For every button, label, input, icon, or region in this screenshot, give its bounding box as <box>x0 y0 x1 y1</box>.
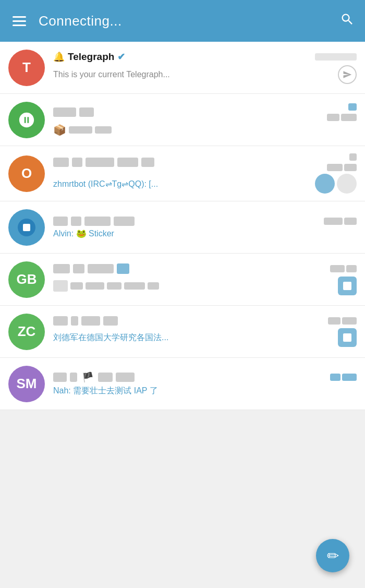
chat-header <box>53 316 357 326</box>
preview-row <box>53 277 357 295</box>
list-item[interactable]: GB <box>0 254 365 306</box>
chat-preview: zhmrtbot (IRC⇌Tg⇌QQ): [..​. <box>53 179 158 189</box>
chat-content: 📦 <box>53 103 357 136</box>
menu-button[interactable] <box>10 14 28 28</box>
chat-list: T 🔔 Telegraph ✔ This is your current Tel… <box>0 42 365 410</box>
right-col <box>315 53 357 61</box>
avatar: SM <box>8 366 45 402</box>
chat-name <box>53 107 327 117</box>
chat-name <box>53 263 330 274</box>
list-item[interactable]: 📦 <box>0 94 365 146</box>
preview-row: This is your current Telegraph... <box>53 65 357 84</box>
list-item[interactable]: ZC <box>0 306 365 358</box>
list-item[interactable]: O <box>0 146 365 201</box>
preview-row: 📦 <box>53 124 357 136</box>
chat-preview: Nah: 需要壮士去测试 IAP 了 <box>53 386 158 397</box>
chat-content: 🏴 Nah: 需要壮士去测试 IAP 了 <box>53 371 357 397</box>
verified-badge: ✔ <box>117 51 125 63</box>
time-blurred <box>315 53 357 61</box>
avatar: GB <box>8 261 45 298</box>
search-button[interactable] <box>340 12 355 30</box>
topbar: Connecting... <box>0 0 365 42</box>
preview-row: Nah: 需要壮士去测试 IAP 了 <box>53 386 357 397</box>
compose-fab[interactable]: ✏ <box>316 539 349 572</box>
avatar: ZC <box>8 314 45 350</box>
chat-header: 🏴 <box>53 371 357 383</box>
chat-preview: 刘德军在德国大学研究各国法... <box>53 332 168 343</box>
chat-content: zhmrtbot (IRC⇌Tg⇌QQ): [..​. <box>53 153 357 194</box>
chat-name: 🏴 <box>53 371 330 383</box>
chat-name <box>53 158 327 167</box>
chat-header <box>53 217 357 226</box>
chat-header: 🔔 Telegraph ✔ <box>53 51 357 63</box>
list-item[interactable]: Alvin: 🐸 Sticker <box>0 201 365 254</box>
chat-preview: This is your current Telegraph... <box>53 70 170 79</box>
topbar-title: Connecting... <box>39 13 330 29</box>
chat-content: 🔔 Telegraph ✔ This is your current Teleg… <box>53 51 357 84</box>
compose-icon: ✏ <box>327 547 339 565</box>
preview-row: zhmrtbot (IRC⇌Tg⇌QQ): [..​. <box>53 174 357 194</box>
avatar: O <box>8 155 45 192</box>
share-icon[interactable] <box>338 65 357 84</box>
chat-name <box>53 217 324 226</box>
preview-row: Alvin: 🐸 Sticker <box>53 229 357 238</box>
name-blurred <box>53 107 94 117</box>
chat-content <box>53 263 357 295</box>
chat-content: 刘德军在德国大学研究各国法... <box>53 316 357 347</box>
chat-name: 🔔 Telegraph ✔ <box>53 51 315 63</box>
list-item[interactable]: SM 🏴 <box>0 358 365 410</box>
preview-row: 刘德军在德国大学研究各国法... <box>53 328 357 347</box>
chat-header <box>53 153 357 171</box>
avatar <box>8 209 45 246</box>
chat-header <box>53 263 357 274</box>
avatar <box>8 102 45 138</box>
list-item[interactable]: T 🔔 Telegraph ✔ This is your current Tel… <box>0 42 365 94</box>
chat-name <box>53 316 328 326</box>
chat-content: Alvin: 🐸 Sticker <box>53 217 357 238</box>
chat-header <box>53 103 357 121</box>
chat-preview: Alvin: 🐸 Sticker <box>53 229 114 238</box>
avatar: T <box>8 50 45 86</box>
mute-icon: 🔔 <box>53 51 65 63</box>
